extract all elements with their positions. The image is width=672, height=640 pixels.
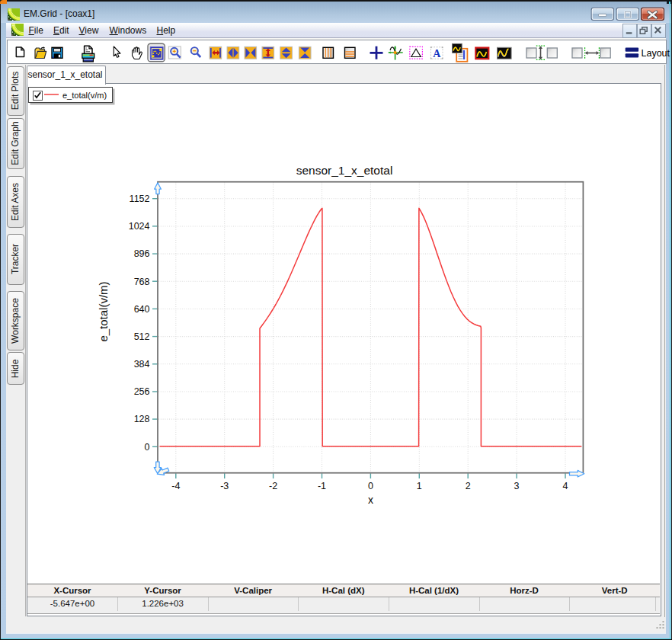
svg-text:e_total(v/m): e_total(v/m) xyxy=(97,281,110,341)
svg-text:sensor_1_x_etotal: sensor_1_x_etotal xyxy=(296,164,393,177)
svg-text:x: x xyxy=(368,494,373,506)
svg-text:2: 2 xyxy=(466,481,471,491)
svg-text:-4: -4 xyxy=(171,481,180,491)
svg-text:768: 768 xyxy=(134,277,150,287)
svg-text:128: 128 xyxy=(134,414,150,424)
svg-text:Layout: Layout xyxy=(642,48,670,59)
svg-text:0: 0 xyxy=(368,481,373,491)
svg-text:-2: -2 xyxy=(269,481,277,491)
svg-text:640: 640 xyxy=(134,304,150,315)
svg-text:A: A xyxy=(433,48,441,59)
svg-text:896: 896 xyxy=(134,248,150,259)
svg-text:-1: -1 xyxy=(318,481,326,491)
svg-text:256: 256 xyxy=(134,386,150,397)
svg-text:-3: -3 xyxy=(220,481,229,491)
svg-text:512: 512 xyxy=(134,331,150,342)
svg-text:384: 384 xyxy=(134,359,150,370)
svg-text:3: 3 xyxy=(514,481,520,491)
svg-text:1: 1 xyxy=(417,481,422,491)
svg-text:1152: 1152 xyxy=(130,194,150,204)
svg-text:1024: 1024 xyxy=(129,221,150,232)
svg-text:0: 0 xyxy=(145,442,150,453)
svg-text:4: 4 xyxy=(563,481,568,491)
